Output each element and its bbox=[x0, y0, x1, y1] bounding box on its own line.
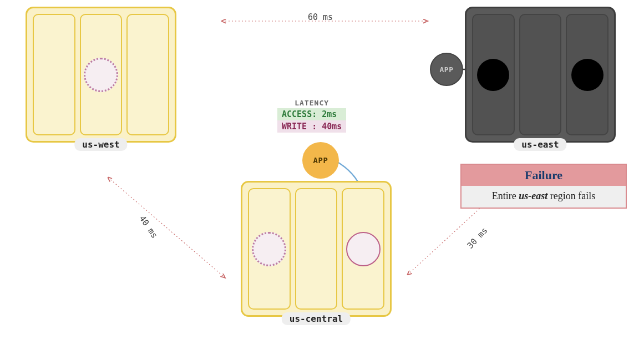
latency-readout: LATENCY ACCESS: 2ms WRITE : 40ms bbox=[277, 99, 346, 133]
link-label-west-central: 40 ms bbox=[137, 214, 159, 240]
region-label: us-west bbox=[74, 138, 127, 151]
availability-zone bbox=[248, 188, 291, 310]
region-label: us-east bbox=[514, 138, 566, 151]
latency-write: WRITE : 40ms bbox=[277, 120, 346, 133]
availability-zone bbox=[566, 14, 608, 135]
replica-node-dotted-icon bbox=[84, 58, 118, 92]
app-label: APP bbox=[313, 156, 328, 165]
app-label: APP bbox=[440, 65, 454, 74]
failure-body: Entire us-east region fails bbox=[462, 186, 626, 208]
replica-node-solid-icon bbox=[346, 232, 381, 266]
latency-title: LATENCY bbox=[277, 99, 346, 107]
failure-title: Failure bbox=[462, 165, 626, 186]
availability-zone bbox=[80, 14, 123, 135]
region-us-west: us-west bbox=[26, 7, 176, 143]
failed-node-icon bbox=[571, 59, 604, 91]
region-label: us-central bbox=[282, 312, 351, 325]
app-central: APP bbox=[302, 142, 339, 179]
latency-access: ACCESS: 2ms bbox=[277, 108, 346, 120]
availability-zone bbox=[472, 14, 515, 135]
region-us-east: us-east bbox=[465, 7, 616, 143]
link-label-central-east: 30 ms bbox=[465, 225, 490, 250]
availability-zone bbox=[342, 188, 384, 310]
failure-callout: Failure Entire us-east region fails bbox=[460, 164, 627, 209]
region-us-central: us-central bbox=[241, 181, 392, 317]
availability-zone bbox=[295, 188, 338, 310]
app-east: APP bbox=[430, 53, 463, 86]
availability-zone bbox=[126, 14, 169, 135]
availability-zone bbox=[33, 14, 75, 135]
availability-zone bbox=[519, 14, 562, 135]
replica-node-dotted-icon bbox=[252, 232, 286, 266]
svg-line-1 bbox=[108, 178, 225, 277]
failed-node-icon bbox=[477, 59, 509, 91]
link-label-west-east: 60 ms bbox=[308, 12, 333, 22]
